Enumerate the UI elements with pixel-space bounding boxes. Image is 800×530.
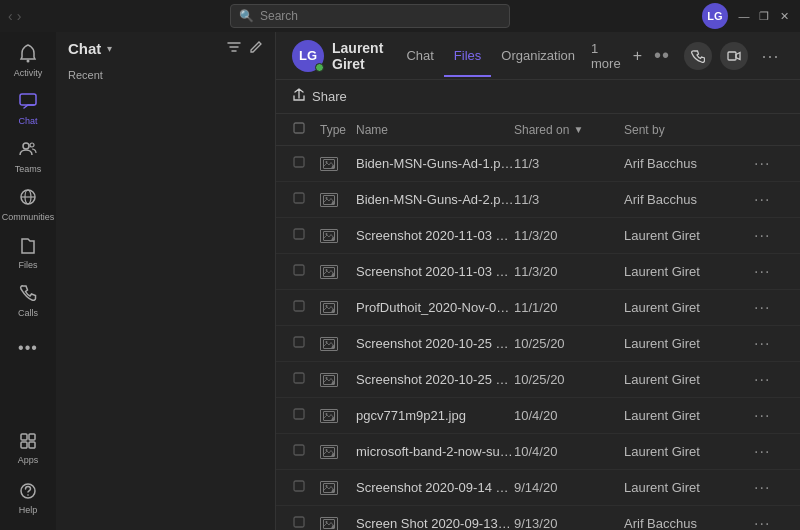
row-type-icon xyxy=(320,373,356,387)
tab-organization[interactable]: Organization xyxy=(491,34,585,77)
row-shared-on: 11/3 xyxy=(514,192,624,207)
table-header: Type Name Shared on ▼ Sent by xyxy=(276,114,800,146)
table-row[interactable]: Screenshot 2020-09-14 at 20.56.56.png 9/… xyxy=(276,470,800,506)
row-more-button[interactable]: ··· xyxy=(754,155,784,173)
table-row[interactable]: ProfDuthoit_2020-Nov-01.jpg 11/1/20 Laur… xyxy=(276,290,800,326)
row-shared-on: 10/25/20 xyxy=(514,336,624,351)
header-check xyxy=(292,121,320,138)
svg-point-35 xyxy=(326,377,328,379)
table-row[interactable]: Screenshot 2020-10-25 at 15.38.46.png 10… xyxy=(276,326,800,362)
row-shared-on: 10/25/20 xyxy=(514,372,624,387)
row-more-button[interactable]: ··· xyxy=(754,227,784,245)
table-row[interactable]: microsoft-band-2-now-suffering-from-crac… xyxy=(276,434,800,470)
files-content: Share Type Name Shared on ▼ Sent by xyxy=(276,80,800,530)
svg-rect-36 xyxy=(294,409,304,419)
row-checkbox[interactable] xyxy=(292,443,320,460)
sidebar-item-help[interactable]: Help xyxy=(4,474,52,522)
header-shared-on[interactable]: Shared on ▼ xyxy=(514,123,624,137)
sidebar-item-apps[interactable]: Apps xyxy=(4,424,52,472)
sidebar-item-communities[interactable]: Communities xyxy=(4,180,52,228)
sidebar-item-teams[interactable]: Teams xyxy=(4,132,52,180)
row-file-name: ProfDuthoit_2020-Nov-01.jpg xyxy=(356,300,514,315)
add-tab-button[interactable]: + xyxy=(627,47,648,65)
back-button[interactable]: ‹ xyxy=(8,8,13,24)
panel-title-caret: ▾ xyxy=(107,43,112,54)
table-row[interactable]: pgcv771m9p21.jpg 10/4/20 Laurent Giret ·… xyxy=(276,398,800,434)
row-type-icon xyxy=(320,481,356,495)
row-checkbox[interactable] xyxy=(292,155,320,172)
search-box[interactable]: 🔍 Search xyxy=(230,4,510,28)
header-name: Name xyxy=(356,123,514,137)
row-file-name: Screenshot 2020-10-25 at 15.38.46.png xyxy=(356,336,514,351)
row-type-icon xyxy=(320,301,356,315)
svg-point-23 xyxy=(326,233,328,235)
contact-action-overflow1[interactable]: •• xyxy=(648,42,676,70)
row-more-button[interactable]: ··· xyxy=(754,407,784,425)
sidebar-label-apps: Apps xyxy=(18,455,39,465)
table-row[interactable]: Screen Shot 2020-09-13 at 4.10.27 PM.png… xyxy=(276,506,800,530)
row-checkbox[interactable] xyxy=(292,479,320,496)
sidebar-label-communities: Communities xyxy=(2,212,55,222)
row-checkbox[interactable] xyxy=(292,299,320,316)
row-checkbox[interactable] xyxy=(292,407,320,424)
right-content: LG Laurent Giret Chat Files Organization… xyxy=(276,32,800,530)
help-icon xyxy=(19,482,37,503)
sidebar-item-activity[interactable]: Activity xyxy=(4,36,52,84)
svg-rect-8 xyxy=(29,434,35,440)
svg-point-17 xyxy=(326,161,328,163)
row-more-button[interactable]: ··· xyxy=(754,263,784,281)
tab-chat[interactable]: Chat xyxy=(396,34,443,77)
table-row[interactable]: Biden-MSN-Guns-Ad-1.png 11/3 Arif Bacchu… xyxy=(276,146,800,182)
table-row[interactable]: Screenshot 2020-10-25 at 15.27.29.png 10… xyxy=(276,362,800,398)
row-type-icon xyxy=(320,517,356,531)
table-row[interactable]: Screenshot 2020-11-03 at 14.02.00.png 11… xyxy=(276,254,800,290)
compose-icon[interactable] xyxy=(249,40,263,57)
share-button[interactable]: Share xyxy=(292,88,347,105)
chat-icon xyxy=(18,91,38,114)
more-tabs-button[interactable]: 1 more xyxy=(585,41,627,71)
table-row[interactable]: Screenshot 2020-11-03 at 14.03.21.png 11… xyxy=(276,218,800,254)
contact-name: Laurent Giret xyxy=(332,40,384,72)
minimize-button[interactable]: — xyxy=(736,8,752,24)
svg-rect-39 xyxy=(294,445,304,455)
calls-icon xyxy=(18,283,38,306)
row-more-button[interactable]: ··· xyxy=(754,299,784,317)
sidebar-item-chat[interactable]: Chat xyxy=(4,84,52,132)
row-checkbox[interactable] xyxy=(292,515,320,530)
row-more-button[interactable]: ··· xyxy=(754,515,784,531)
svg-point-2 xyxy=(23,143,29,149)
filter-icon[interactable] xyxy=(227,40,241,57)
row-checkbox[interactable] xyxy=(292,227,320,244)
close-button[interactable]: ✕ xyxy=(776,8,792,24)
forward-button[interactable]: › xyxy=(17,8,22,24)
call-button[interactable] xyxy=(684,42,712,70)
row-file-name: Screen Shot 2020-09-13 at 4.10.27 PM.png xyxy=(356,516,514,530)
sidebar-item-files[interactable]: Files xyxy=(4,228,52,276)
restore-button[interactable]: ❐ xyxy=(756,8,772,24)
panel-actions xyxy=(227,40,263,57)
left-panel-header: Chat ▾ xyxy=(56,32,275,65)
sidebar-item-calls[interactable]: Calls xyxy=(4,276,52,324)
row-more-button[interactable]: ··· xyxy=(754,191,784,209)
row-more-button[interactable]: ··· xyxy=(754,335,784,353)
row-file-name: Biden-MSN-Guns-Ad-1.png xyxy=(356,156,514,171)
row-more-button[interactable]: ··· xyxy=(754,371,784,389)
row-checkbox[interactable] xyxy=(292,263,320,280)
row-checkbox[interactable] xyxy=(292,335,320,352)
table-row[interactable]: Biden-MSN-Guns-Ad-2.png 11/3 Arif Bacchu… xyxy=(276,182,800,218)
row-checkbox[interactable] xyxy=(292,371,320,388)
user-avatar[interactable]: LG xyxy=(702,3,728,29)
sidebar-item-more[interactable]: ••• xyxy=(4,324,52,372)
sort-icon: ▼ xyxy=(573,124,583,135)
svg-rect-43 xyxy=(324,483,335,492)
tab-files[interactable]: Files xyxy=(444,34,491,77)
video-button[interactable] xyxy=(720,42,748,70)
row-more-button[interactable]: ··· xyxy=(754,479,784,497)
svg-point-38 xyxy=(326,413,328,415)
sidebar: Activity Chat Teams xyxy=(0,32,56,530)
files-icon xyxy=(18,235,38,258)
more-options-button[interactable]: ⋯ xyxy=(756,42,784,70)
row-more-button[interactable]: ··· xyxy=(754,443,784,461)
svg-rect-19 xyxy=(324,195,335,204)
row-checkbox[interactable] xyxy=(292,191,320,208)
